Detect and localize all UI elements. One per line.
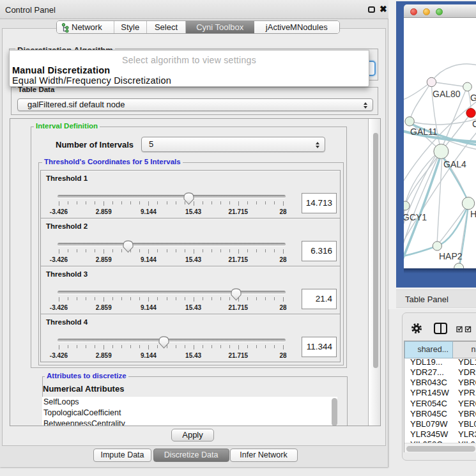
- svg-text:GA: GA: [470, 93, 476, 103]
- svg-text:GAL4: GAL4: [443, 159, 466, 169]
- svg-text:C: C: [472, 119, 476, 129]
- svg-text:HAP2: HAP2: [439, 251, 463, 261]
- svg-text:HA: HA: [470, 209, 476, 219]
- svg-text:GAL80: GAL80: [433, 89, 461, 99]
- svg-text:GCY1: GCY1: [404, 212, 427, 222]
- svg-text:GAL11: GAL11: [410, 127, 438, 137]
